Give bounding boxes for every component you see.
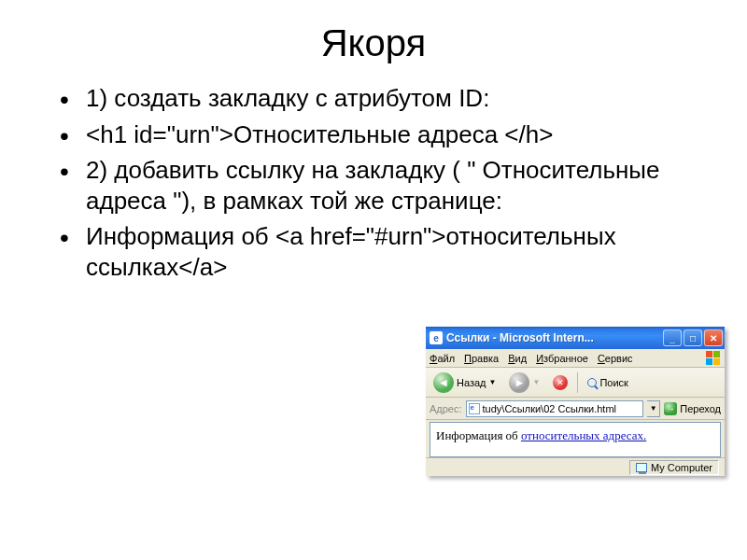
go-arrow-icon: → [664, 402, 677, 415]
menu-edit[interactable]: Правка [464, 353, 499, 364]
slide-content: 1) создать закладку с атрибутом ID: <h1 … [0, 83, 747, 282]
menu-file[interactable]: Файл [430, 353, 455, 364]
window-title: Ссылки - Microsoft Intern... [446, 331, 659, 344]
search-icon [587, 378, 597, 387]
toolbar-separator [577, 372, 578, 393]
page-content: Информация об относительных адресах. [430, 422, 721, 457]
computer-icon [636, 463, 647, 472]
forward-arrow-icon: ► [509, 372, 529, 393]
search-button[interactable]: Поиск [584, 375, 631, 390]
menu-service[interactable]: Сервис [598, 353, 633, 364]
status-text: My Computer [651, 462, 712, 473]
menubar: Файл Правка Вид Избранное Сервис [426, 349, 725, 368]
minimize-button[interactable]: _ [663, 329, 682, 346]
status-zone: My Computer [629, 460, 719, 475]
page-text-prefix: Информация об [436, 428, 521, 442]
titlebar: e Ссылки - Microsoft Intern... _ □ ✕ [426, 327, 725, 349]
address-label: Адрес: [430, 403, 462, 414]
page-link[interactable]: относительных адресах. [521, 428, 646, 442]
ie-icon: e [430, 331, 443, 344]
address-dropdown[interactable]: ▼ [647, 400, 660, 417]
back-arrow-icon: ◄ [433, 372, 454, 393]
bullet-2: <h1 id="urn">Относительные адреса </h> [60, 119, 702, 150]
menu-view[interactable]: Вид [508, 353, 527, 364]
address-value: tudy\Ссылки\02 Ссылки.html [483, 403, 616, 414]
back-label: Назад [457, 377, 486, 388]
stop-button[interactable]: ✕ [549, 373, 571, 392]
bullet-1: 1) создать закладку с атрибутом ID: [60, 83, 702, 114]
back-button[interactable]: ◄ Назад ▼ [430, 371, 500, 395]
search-label: Поиск [599, 377, 627, 388]
go-button[interactable]: → Переход [664, 402, 721, 415]
chevron-down-icon: ▼ [489, 378, 497, 386]
close-button[interactable]: ✕ [704, 329, 723, 346]
forward-button[interactable]: ► ▼ [505, 371, 543, 395]
toolbar: ◄ Назад ▼ ► ▼ ✕ Поиск [426, 368, 725, 398]
windows-logo-icon [704, 350, 721, 367]
bullet-4: Информация об <a href="#urn">относительн… [60, 221, 702, 282]
address-input[interactable]: tudy\Ссылки\02 Ссылки.html [466, 400, 644, 417]
browser-window: e Ссылки - Microsoft Intern... _ □ ✕ Фай… [426, 327, 725, 476]
maximize-button[interactable]: □ [684, 329, 702, 346]
stop-icon: ✕ [553, 375, 568, 390]
status-bar: My Computer [426, 457, 725, 476]
menu-favorites[interactable]: Избранное [536, 353, 588, 364]
address-bar: Адрес: tudy\Ссылки\02 Ссылки.html ▼ → Пе… [426, 398, 725, 420]
document-icon [469, 403, 480, 414]
bullet-3: 2) добавить ссылку на закладку ( " Относ… [60, 155, 702, 216]
slide-title: Якоря [0, 22, 747, 64]
go-label: Переход [680, 403, 721, 414]
chevron-down-icon: ▼ [532, 378, 540, 386]
